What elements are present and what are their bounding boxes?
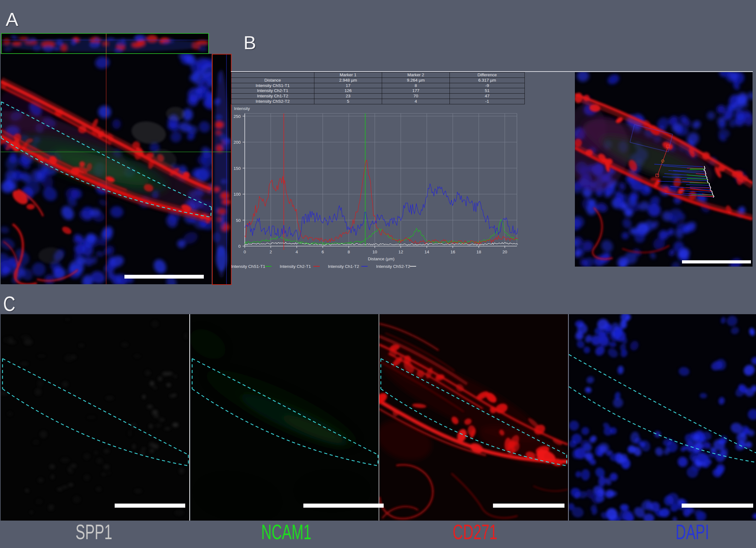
svg-text:Intensity: Intensity bbox=[234, 106, 250, 111]
svg-text:12: 12 bbox=[398, 249, 403, 254]
svg-text:100: 100 bbox=[233, 192, 241, 197]
svg-text:18: 18 bbox=[476, 249, 481, 254]
svg-text:8: 8 bbox=[347, 249, 350, 254]
svg-text:50: 50 bbox=[236, 218, 241, 223]
svg-text:4: 4 bbox=[295, 249, 298, 254]
svg-text:Intensity ChS2-T2: Intensity ChS2-T2 bbox=[376, 264, 410, 269]
svg-text:250: 250 bbox=[233, 114, 241, 119]
svg-text:20: 20 bbox=[502, 249, 507, 254]
svg-text:Intensity Ch1-T2: Intensity Ch1-T2 bbox=[328, 264, 359, 269]
svg-text:10: 10 bbox=[372, 249, 377, 254]
svg-text:14: 14 bbox=[424, 249, 429, 254]
svg-text:200: 200 bbox=[233, 140, 241, 145]
svg-text:2: 2 bbox=[270, 249, 272, 254]
svg-text:Intensity ChS1-T1: Intensity ChS1-T1 bbox=[231, 264, 265, 269]
svg-text:Distance (µm): Distance (µm) bbox=[368, 256, 394, 261]
svg-text:0: 0 bbox=[243, 249, 246, 254]
svg-text:6: 6 bbox=[322, 249, 324, 254]
svg-text:150: 150 bbox=[233, 166, 241, 171]
svg-text:16: 16 bbox=[450, 249, 455, 254]
svg-text:0: 0 bbox=[238, 244, 241, 248]
svg-text:Intensity Ch2-T1: Intensity Ch2-T1 bbox=[280, 264, 311, 269]
